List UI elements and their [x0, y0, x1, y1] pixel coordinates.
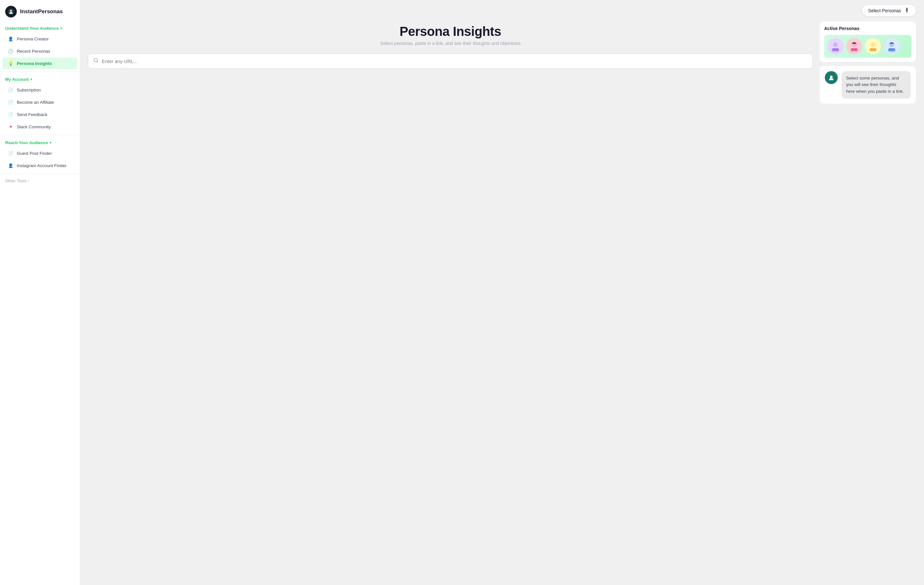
persona-insights-icon: 💡 [8, 60, 13, 66]
logo-area[interactable]: InstantPersonas [0, 0, 80, 23]
sidebar-item-send-feedback[interactable]: 📄 Send Feedback [3, 109, 77, 120]
active-personas-card: Active Personas [819, 21, 916, 63]
sidebar-item-persona-insights[interactable]: 💡 Persona Insights [3, 58, 77, 69]
other-tools-label: Other Tools [5, 178, 26, 183]
affiliate-icon: 📄 [8, 99, 13, 105]
svg-point-1 [10, 10, 12, 12]
chevron-down-icon-2: ▾ [30, 78, 32, 81]
instagram-icon: 👤 [8, 163, 13, 169]
url-input[interactable] [102, 58, 807, 64]
recent-personas-icon: 🕐 [8, 48, 13, 54]
divider-1 [0, 71, 80, 72]
svg-rect-11 [851, 48, 858, 51]
sidebar-item-other-tools[interactable]: Other Tools › [0, 176, 80, 186]
section-label-understand: Understand Your Audience [5, 26, 59, 31]
chat-card: Select some personas, and you will see t… [819, 66, 916, 104]
sidebar-item-persona-creator[interactable]: 👤 Persona Creator [3, 33, 77, 45]
svg-point-20 [830, 76, 833, 78]
persona-avatar-4[interactable] [884, 38, 900, 54]
divider-3 [0, 174, 80, 174]
sidebar-label-instagram-account-finder: Instagram Account Finder [17, 163, 66, 168]
page-subtitle: Select personas, paste in a link, and se… [88, 41, 813, 46]
sidebar-label-guest-post-finder: Guest Post Finder [17, 151, 52, 156]
svg-rect-7 [832, 48, 839, 51]
sidebar-label-persona-insights: Persona Insights [17, 61, 52, 66]
page-title-area: Persona Insights Select personas, paste … [88, 21, 813, 54]
sidebar-item-slack-community[interactable]: ✦ Slack Community [3, 121, 77, 132]
sidebar: InstantPersonas Understand Your Audience… [0, 0, 80, 585]
svg-point-13 [871, 42, 875, 47]
chevron-right-icon: › [28, 178, 29, 183]
active-personas-title: Active Personas [824, 26, 911, 31]
sidebar-item-subscription[interactable]: 📄 Subscription [3, 84, 77, 96]
page-title: Persona Insights [88, 24, 813, 39]
search-icon [93, 58, 99, 64]
sidebar-section-my-account[interactable]: My Account ▾ [0, 74, 80, 84]
section-label-reach-audience: Reach Your Audience [5, 140, 48, 145]
sidebar-item-become-affiliate[interactable]: 📄 Become an Affiliate [3, 96, 77, 108]
main-content: Select Personas 🕴 Persona Insights Selec… [80, 0, 924, 585]
divider-2 [0, 135, 80, 135]
sidebar-label-recent-personas: Recent Personas [17, 49, 50, 54]
subscription-icon: 📄 [8, 87, 13, 93]
sidebar-label-subscription: Subscription [17, 88, 41, 93]
sidebar-item-recent-personas[interactable]: 🕐 Recent Personas [3, 45, 77, 57]
app-logo-icon [5, 6, 17, 17]
url-search-box[interactable] [88, 54, 813, 69]
person-icon: 🕴 [904, 7, 910, 13]
svg-rect-19 [888, 48, 895, 51]
select-personas-button[interactable]: Select Personas 🕴 [862, 5, 916, 17]
sidebar-label-become-affiliate: Become an Affiliate [17, 100, 54, 105]
chevron-down-icon-3: ▾ [50, 141, 51, 144]
select-personas-label: Select Personas [868, 8, 901, 13]
persona-avatar-2[interactable] [846, 38, 862, 54]
sidebar-label-persona-creator: Persona Creator [17, 36, 49, 41]
sidebar-label-slack-community: Slack Community [17, 124, 51, 129]
content-area: Persona Insights Select personas, paste … [80, 21, 924, 585]
persona-avatar-1[interactable] [827, 38, 843, 54]
feedback-icon: 📄 [8, 111, 13, 117]
center-panel: Persona Insights Select personas, paste … [88, 21, 813, 577]
slack-icon: ✦ [8, 124, 13, 130]
sidebar-item-guest-post-finder[interactable]: 📄 Guest Post Finder [3, 147, 77, 159]
persona-avatar-3[interactable] [865, 38, 881, 54]
app-name: InstantPersonas [20, 8, 63, 15]
chevron-down-icon: ▾ [60, 26, 62, 30]
svg-point-2 [94, 58, 97, 62]
chat-message: Select some personas, and you will see t… [842, 71, 911, 99]
bot-avatar [825, 71, 838, 84]
right-panel: Active Personas [819, 21, 916, 577]
svg-line-3 [97, 61, 98, 63]
header: Select Personas 🕴 [80, 0, 924, 21]
svg-rect-15 [870, 48, 876, 51]
sidebar-section-understand[interactable]: Understand Your Audience ▾ [0, 23, 80, 33]
sidebar-item-instagram-account-finder[interactable]: 👤 Instagram Account Finder [3, 160, 77, 171]
persona-creator-icon: 👤 [8, 36, 13, 42]
svg-point-5 [833, 42, 838, 47]
persona-avatars-row [824, 35, 911, 58]
guest-post-icon: 📄 [8, 150, 13, 156]
sidebar-section-reach-audience[interactable]: Reach Your Audience ▾ [0, 137, 80, 147]
section-label-my-account: My Account [5, 77, 29, 82]
sidebar-label-send-feedback: Send Feedback [17, 112, 48, 117]
